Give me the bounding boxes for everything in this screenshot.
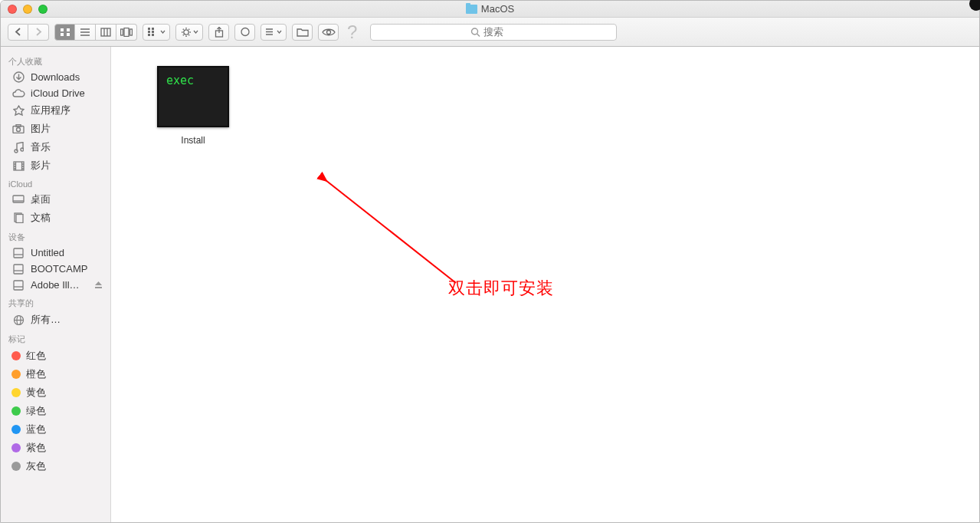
back-button[interactable] [8,24,28,41]
cloud-icon [11,89,25,98]
svg-rect-16 [152,28,154,30]
svg-point-34 [326,30,330,34]
help-icon: ? [347,21,357,43]
sidebar-tag-gray[interactable]: 灰色 [1,457,110,475]
quick-look-button[interactable] [318,24,339,41]
svg-point-19 [183,29,188,34]
svg-line-24 [182,28,183,29]
sidebar-item-documents[interactable]: 文稿 [1,209,110,227]
sidebar-item-label: 所有… [31,313,61,327]
file-label: Install [181,135,205,146]
icon-view-button[interactable] [54,24,75,41]
folder-icon [466,5,477,14]
annotation-arrow [306,169,467,300]
tags-button[interactable] [234,24,255,41]
sidebar-item-movies[interactable]: 影片 [1,156,110,175]
applications-icon [11,105,25,117]
tag-dot-icon [11,443,21,452]
icloud-header: iCloud [1,175,110,190]
svg-rect-13 [148,28,150,30]
sidebar-item-desktop[interactable]: 桌面 [1,190,110,209]
sidebar-item-label: 红色 [26,349,46,363]
minimize-window-button[interactable] [23,5,32,14]
search-input[interactable] [370,24,617,41]
download-icon [11,71,25,83]
shared-header: 共享的 [1,293,110,311]
sidebar-tag-yellow[interactable]: 黄色 [1,383,110,402]
sidebar-tag-orange[interactable]: 橙色 [1,365,110,383]
favorites-header: 个人收藏 [1,51,110,69]
toolbar: ? [1,18,979,47]
sidebar-item-label: 黄色 [26,386,46,400]
svg-line-26 [182,35,183,35]
sidebar-item-pictures[interactable]: 图片 [1,120,110,138]
sidebar-item-icloud-drive[interactable]: iCloud Drive [1,85,110,101]
sidebar-item-label: 文稿 [31,211,51,225]
documents-icon [11,212,25,223]
tag-dot-icon [11,351,21,360]
svg-line-25 [188,35,189,35]
svg-rect-3 [67,33,70,36]
close-window-button[interactable] [8,5,17,14]
sidebar-item-label: 影片 [31,159,51,173]
svg-rect-17 [152,31,154,33]
finder-window: MacOS [0,0,980,523]
svg-line-67 [322,177,456,283]
sidebar-item-untitled[interactable]: Untitled [1,245,110,261]
tag-dot-icon [11,406,21,416]
devices-header: 设备 [1,227,110,245]
sidebar-item-bootcamp[interactable]: BOOTCAMP [1,261,110,277]
annotation-text: 双击即可安装 [448,277,554,300]
music-icon [11,142,25,153]
svg-point-40 [17,128,21,132]
svg-point-43 [21,148,24,151]
sidebar-item-applications[interactable]: 应用程序 [1,101,110,120]
content-area[interactable]: exec Install 双击即可安装 [111,47,979,522]
svg-rect-61 [14,281,23,290]
new-folder-button[interactable] [292,24,313,41]
dropdown-button[interactable] [261,24,287,41]
tag-dot-icon [11,370,21,379]
sidebar-item-adobe[interactable]: Adobe Ill… [1,277,110,293]
sidebar-item-label: 音乐 [31,140,51,154]
sidebar-item-label: Adobe Ill… [31,279,80,291]
view-mode-buttons [54,24,137,41]
svg-rect-57 [14,248,23,258]
sidebar-item-downloads[interactable]: Downloads [1,69,110,85]
film-icon [11,161,25,171]
share-button[interactable] [208,24,229,41]
tags-header: 标记 [1,329,110,347]
action-button[interactable] [175,24,203,41]
file-install[interactable]: exec Install [157,66,229,146]
sidebar-tag-green[interactable]: 绿色 [1,402,110,420]
tag-dot-icon [11,425,21,434]
fullscreen-window-button[interactable] [38,5,48,14]
sidebar-item-all-shared[interactable]: 所有… [1,311,110,329]
sidebar-item-label: 绿色 [26,404,46,418]
sidebar-item-label: 图片 [31,122,51,136]
titlebar: MacOS [1,1,979,18]
sidebar-tag-blue[interactable]: 蓝色 [1,420,110,439]
svg-rect-63 [95,287,102,288]
disk-icon [11,264,25,275]
sidebar-item-label: 紫色 [26,441,46,455]
desktop-icon [11,195,25,204]
svg-rect-0 [61,28,64,31]
group-by-button[interactable] [143,24,170,41]
svg-point-30 [241,28,249,36]
svg-rect-11 [124,28,129,36]
sidebar-item-label: 桌面 [31,192,51,206]
svg-rect-59 [14,265,23,274]
sidebar-item-music[interactable]: 音乐 [1,138,110,156]
forward-button[interactable] [28,24,49,41]
sidebar-tag-purple[interactable]: 紫色 [1,439,110,457]
svg-rect-41 [16,125,21,127]
column-view-button[interactable] [96,24,116,41]
window-title: MacOS [481,3,514,15]
sidebar: 个人收藏 Downloads iCloud Drive 应用程序 图片 音乐 [1,47,111,522]
gallery-view-button[interactable] [116,24,137,41]
sidebar-tag-red[interactable]: 红色 [1,347,110,365]
camera-icon [11,124,25,133]
eject-icon[interactable] [94,281,103,289]
list-view-button[interactable] [75,24,96,41]
